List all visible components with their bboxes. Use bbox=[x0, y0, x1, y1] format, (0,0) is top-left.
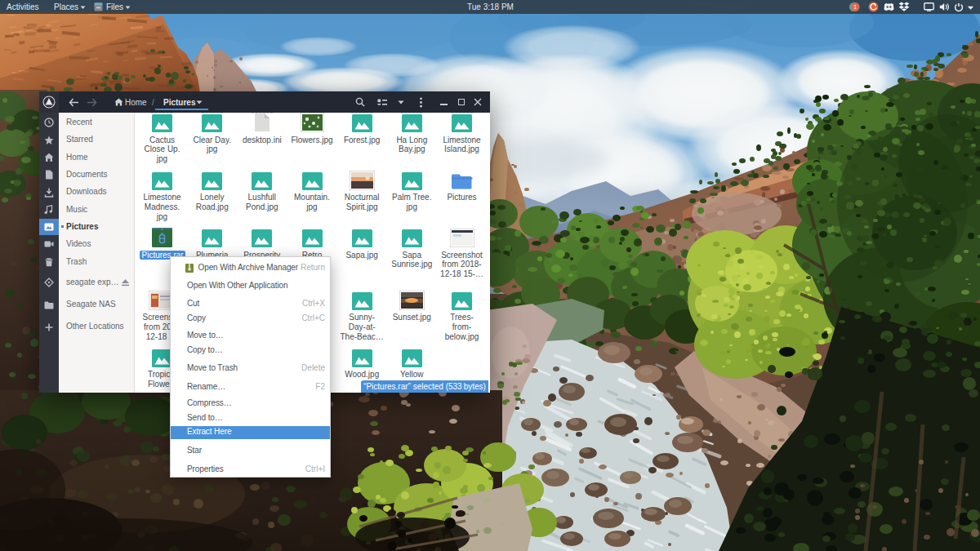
svg-text:1: 1 bbox=[853, 4, 857, 10]
